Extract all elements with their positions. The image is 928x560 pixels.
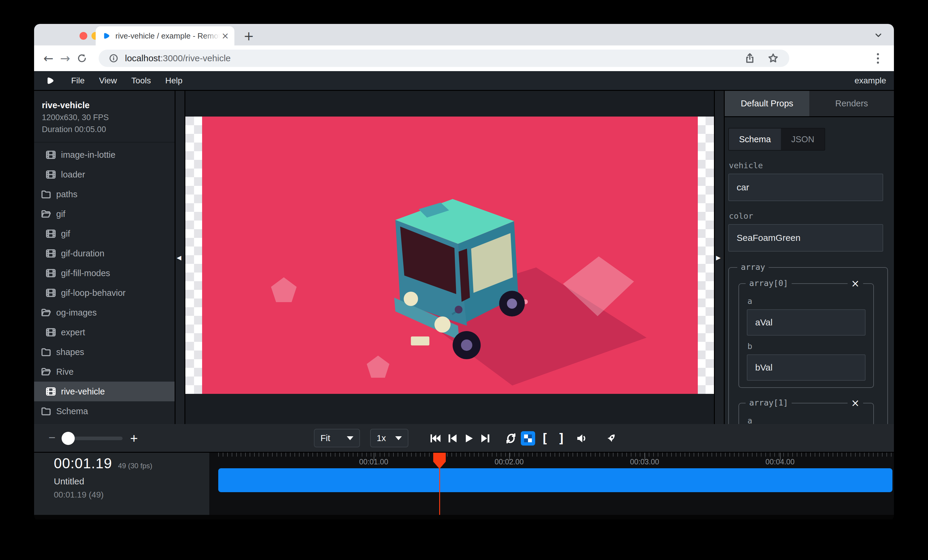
menu-file[interactable]: File xyxy=(64,76,92,85)
sidebar-item-paths[interactable]: paths xyxy=(34,184,175,204)
remotion-favicon-icon xyxy=(102,31,111,40)
rocket-icon xyxy=(605,432,617,444)
timeline-track-bar[interactable] xyxy=(218,468,893,492)
sidebar-item-gif-loop-behavior[interactable]: gif-loop-behavior xyxy=(34,283,175,303)
collapse-right-icon[interactable]: ▶ xyxy=(716,254,720,261)
toggle-schema[interactable]: Schema xyxy=(729,128,781,150)
menu-tools[interactable]: Tools xyxy=(124,76,158,85)
bookmark-star-icon[interactable] xyxy=(767,52,779,64)
tab-close-icon[interactable]: × xyxy=(221,31,229,40)
sidebar-item-Schema[interactable]: Schema xyxy=(34,401,175,421)
sidebar-item-rive-vehicle[interactable]: rive-vehicle xyxy=(34,382,175,401)
set-in-point-button[interactable]: [ xyxy=(537,431,552,446)
zoom-out-button[interactable]: − xyxy=(46,434,58,443)
chevron-down-icon xyxy=(395,436,402,440)
set-out-point-button[interactable]: ] xyxy=(554,431,569,446)
folder-open-icon xyxy=(41,307,52,318)
previous-frame-icon xyxy=(446,432,458,444)
forward-button[interactable]: → xyxy=(57,50,73,67)
track-name[interactable]: Untitled xyxy=(54,476,209,487)
tab-title-fade xyxy=(203,31,220,41)
props-panel-body: Schema JSON vehicle car color SeaFoamGre… xyxy=(725,117,894,424)
url-text: localhost:3000/rive-vehicle xyxy=(125,53,231,63)
folder-icon xyxy=(41,406,52,417)
sidebar-item-og-images[interactable]: og-images xyxy=(34,303,175,323)
ruler-label: 00:01.00 xyxy=(359,458,388,466)
composition-info: rive-vehicle 1200x630, 30 FPS Duration 0… xyxy=(34,91,175,143)
fit-dropdown[interactable]: Fit xyxy=(314,429,360,447)
folder-open-icon xyxy=(41,208,52,219)
collapse-left-icon[interactable]: ◀ xyxy=(177,254,181,261)
playhead-handle[interactable] xyxy=(433,453,446,469)
composition-dimensions: 1200x630, 30 FPS xyxy=(42,113,175,122)
film-icon xyxy=(46,169,56,180)
remotion-logo-icon[interactable] xyxy=(46,76,56,86)
sidebar-item-expert[interactable]: expert xyxy=(34,323,175,342)
remove-array-item-1-button[interactable]: × xyxy=(847,396,864,409)
address-bar[interactable]: localhost:3000/rive-vehicle xyxy=(99,50,789,67)
tab-search-chevron-icon[interactable] xyxy=(874,30,883,40)
timeline-ruler[interactable] xyxy=(218,453,894,457)
film-icon xyxy=(46,327,56,338)
ruler-label: 00:04.00 xyxy=(765,458,794,466)
field-input-color[interactable]: SeaFoamGreen xyxy=(728,224,883,252)
zoom-slider[interactable] xyxy=(63,437,122,440)
volume-icon xyxy=(576,432,588,444)
sidebar-item-label: rive-vehicle xyxy=(61,387,105,397)
sidebar-item-Rive[interactable]: Rive xyxy=(34,362,175,382)
remove-array-item-0-button[interactable]: × xyxy=(847,277,864,290)
sidebar-item-label: og-images xyxy=(56,308,96,318)
sidebar-item-shapes[interactable]: shapes xyxy=(34,342,175,362)
zoom-slider-knob[interactable] xyxy=(62,432,75,445)
timeline-tracks-area[interactable]: 00:01.0000:02.0000:03.0000:04.00 xyxy=(209,453,894,515)
tab-strip: rive-vehicle / example - Remoti × + xyxy=(34,24,894,46)
in-point-icon: [ xyxy=(541,431,548,446)
field-label-a: a xyxy=(748,297,865,306)
left-collapse-gutter[interactable]: ◀ xyxy=(176,91,185,424)
playback-speed-dropdown[interactable]: 1x xyxy=(370,429,408,447)
film-icon xyxy=(46,248,56,259)
right-collapse-gutter[interactable]: ▶ xyxy=(715,91,724,424)
field-label-b: b xyxy=(748,342,865,351)
composition-canvas[interactable] xyxy=(185,117,714,394)
reload-button[interactable] xyxy=(73,50,90,67)
quick-render-rocket-button[interactable] xyxy=(604,431,618,446)
play-button[interactable] xyxy=(462,431,476,446)
loop-toggle-button[interactable] xyxy=(504,431,518,446)
menu-view[interactable]: View xyxy=(92,76,124,85)
van-illustration xyxy=(202,117,698,394)
share-icon[interactable] xyxy=(744,52,756,64)
folder-icon xyxy=(41,189,52,199)
volume-button[interactable] xyxy=(575,431,589,446)
back-button[interactable]: ← xyxy=(40,50,57,67)
field-input-a[interactable]: aVal xyxy=(747,309,865,336)
sidebar-item-gif[interactable]: gif xyxy=(34,204,175,224)
sidebar-item-gif-fill-modes[interactable]: gif-fill-modes xyxy=(34,263,175,283)
menu-help[interactable]: Help xyxy=(158,76,190,85)
sidebar-item-loader[interactable]: loader xyxy=(34,165,175,184)
sidebar-item-gif-duration[interactable]: gif-duration xyxy=(34,243,175,263)
sidebar-item-gif[interactable]: gif xyxy=(34,224,175,243)
transparency-checkerboard-toggle[interactable] xyxy=(521,431,535,446)
film-icon xyxy=(46,268,56,278)
sidebar-item-label: loader xyxy=(61,170,85,180)
toggle-json[interactable]: JSON xyxy=(781,128,824,150)
current-frame-info: 49 (30 fps) xyxy=(118,462,153,470)
checkerboard-icon xyxy=(524,435,532,442)
field-input-b[interactable]: bVal xyxy=(747,355,865,381)
zoom-in-button[interactable]: + xyxy=(127,432,140,445)
new-tab-button[interactable]: + xyxy=(241,29,256,43)
main-content: rive-vehicle 1200x630, 30 FPS Duration 0… xyxy=(34,91,894,424)
site-info-icon[interactable] xyxy=(109,53,118,63)
sidebar-item-image-in-lottie[interactable]: image-in-lottie xyxy=(34,145,175,165)
previous-frame-button[interactable] xyxy=(445,431,459,446)
skip-to-start-button[interactable] xyxy=(428,431,442,446)
tab-renders[interactable]: Renders xyxy=(809,91,894,116)
browser-menu-button[interactable] xyxy=(872,52,884,65)
current-timecode: 00:01.19 xyxy=(54,455,112,472)
field-input-vehicle[interactable]: car xyxy=(728,173,883,201)
window-close-button[interactable] xyxy=(79,32,87,40)
browser-tab[interactable]: rive-vehicle / example - Remoti × xyxy=(96,26,234,46)
next-frame-button[interactable] xyxy=(479,431,493,446)
tab-default-props[interactable]: Default Props xyxy=(725,91,809,116)
